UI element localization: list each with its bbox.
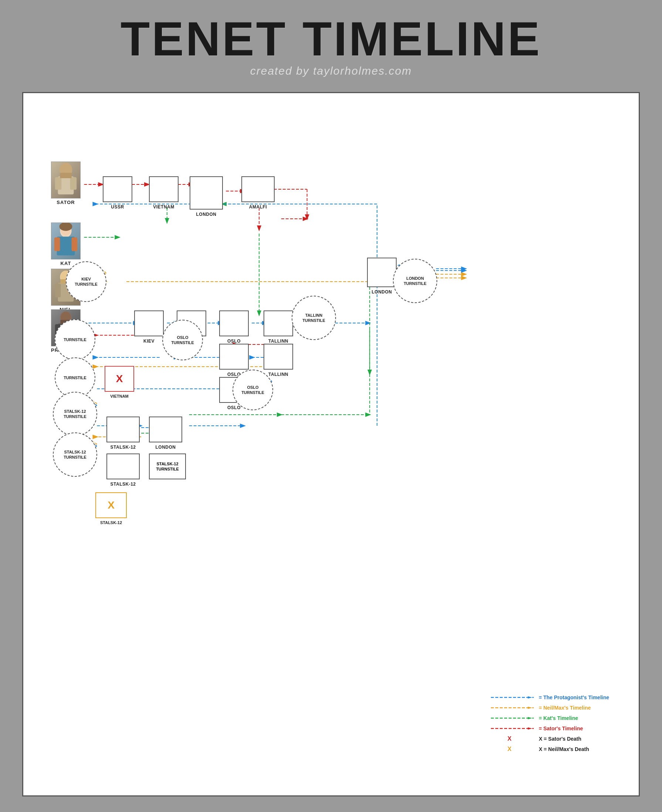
stalsk12-x-label: STALSK-12 bbox=[100, 520, 122, 525]
legend-item-sator-death: X X = Sator's Death bbox=[491, 736, 609, 742]
location-stalsk12-turnstile-box: STALSK-12TURNSTILE bbox=[149, 454, 186, 479]
legend-text-sator: = Sator's Timeline bbox=[539, 725, 583, 732]
legend-item-neil-death: X X = Neil/Max's Death bbox=[491, 746, 609, 752]
kat-image bbox=[51, 223, 80, 260]
amalfi-label: AMALFI bbox=[249, 204, 267, 210]
main-title: TENET TIMELINE bbox=[0, 15, 662, 63]
turnstile-upper: TURNSTILE bbox=[55, 319, 95, 360]
location-ussr: USSR bbox=[103, 176, 132, 202]
legend-line-red bbox=[491, 726, 535, 731]
sator-image bbox=[51, 162, 80, 199]
vietnam-x-symbol: X bbox=[116, 373, 123, 385]
legend-text-neil: = Neil/Max's Timeline bbox=[539, 705, 591, 711]
svg-text:X: X bbox=[508, 746, 511, 752]
location-stalsk12-upper: STALSK-12 bbox=[106, 417, 140, 442]
diagram-inner: SATOR KAT bbox=[23, 93, 639, 795]
legend-text-sator-death: X = Sator's Death bbox=[539, 736, 582, 742]
svg-rect-58 bbox=[54, 237, 60, 251]
stalsk12-x-symbol: X bbox=[108, 499, 114, 511]
svg-rect-55 bbox=[60, 173, 71, 178]
ussr-label: USSR bbox=[111, 204, 124, 210]
svg-rect-64 bbox=[55, 284, 61, 297]
legend-x-red: X bbox=[491, 736, 535, 741]
london-turnstile: LONDONTURNSTILE bbox=[393, 259, 437, 303]
svg-rect-52 bbox=[55, 177, 62, 189]
tallinn-turnstile: TALLINNTURNSTILE bbox=[292, 296, 336, 340]
oslo-turnstile-lower-label: OSLOTURNSTILE bbox=[241, 385, 264, 395]
kiev-label: KIEV bbox=[143, 339, 154, 344]
vietnam-label: VIETNAM bbox=[153, 204, 175, 210]
london-mid-label: LONDON bbox=[372, 289, 392, 295]
sator-label: SATOR bbox=[51, 200, 80, 205]
legend-item-kat: = Kat's Timeline bbox=[491, 715, 609, 721]
stalsk12-turnstile-lower-label: STALSK-12TURNSTILE bbox=[64, 449, 87, 460]
location-vietnam: VIETNAM bbox=[149, 176, 178, 202]
stalsk12-turnstile-upper-label: STALSK-12TURNSTILE bbox=[64, 409, 87, 419]
legend-x-orange: X bbox=[491, 746, 535, 752]
location-stalsk12-second: STALSK-12 bbox=[106, 454, 140, 479]
location-london-top: LONDON bbox=[190, 176, 223, 210]
kiev-turnstile-label: KIEVTURNSTILE bbox=[75, 276, 98, 287]
title-section: TENET TIMELINE created by taylorholmes.c… bbox=[0, 0, 662, 85]
legend-line-green bbox=[491, 716, 535, 721]
legend-item-protagonist: = The Protagonist's Timeline bbox=[491, 695, 609, 700]
location-kiev: KIEV bbox=[134, 310, 164, 336]
svg-text:X: X bbox=[508, 736, 511, 741]
turnstile-upper-label: TURNSTILE bbox=[64, 337, 87, 342]
stalsk12-turnstile-label: STALSK-12TURNSTILE bbox=[156, 461, 179, 472]
svg-marker-78 bbox=[528, 707, 532, 709]
location-london-lower: LONDON bbox=[149, 417, 182, 442]
legend-line-blue bbox=[491, 695, 535, 700]
legend-item-sator: = Sator's Timeline bbox=[491, 725, 609, 732]
vietnam-x-label: VIETNAM bbox=[110, 394, 129, 398]
stalsk12-upper-label: STALSK-12 bbox=[111, 445, 136, 450]
tallinn-turnstile-label: TALLINNTURNSTILE bbox=[302, 313, 325, 323]
stalsk12-second-label: STALSK-12 bbox=[111, 481, 136, 487]
oslo-lower-label: OSLO bbox=[227, 405, 241, 410]
stalsk12-turnstile-lower: STALSK-12TURNSTILE bbox=[53, 432, 97, 477]
legend-text-neil-death: X = Neil/Max's Death bbox=[539, 746, 589, 752]
turnstile-lower-label: TURNSTILE bbox=[64, 375, 87, 380]
oslo-turnstile-lower: OSLOTURNSTILE bbox=[233, 370, 273, 410]
legend-text-protagonist: = The Protagonist's Timeline bbox=[539, 695, 609, 700]
location-tallinn-upper: TALLINN bbox=[264, 310, 293, 336]
london-top-label: LONDON bbox=[196, 212, 217, 217]
london-lower-label: LONDON bbox=[156, 445, 176, 450]
character-kat: KAT bbox=[51, 223, 80, 266]
diagram-container: SATOR KAT bbox=[22, 92, 640, 796]
tallinn-upper-label: TALLINN bbox=[268, 339, 288, 344]
svg-rect-59 bbox=[72, 237, 78, 251]
legend: = The Protagonist's Timeline = Neil/Max'… bbox=[484, 689, 617, 762]
svg-rect-53 bbox=[70, 177, 77, 189]
legend-text-kat: = Kat's Timeline bbox=[539, 715, 578, 721]
location-london-mid: LONDON bbox=[367, 258, 397, 287]
tallinn-mid-label: TALLINN bbox=[268, 372, 288, 377]
svg-marker-81 bbox=[528, 717, 532, 719]
location-oslo-mid: OSLO bbox=[219, 344, 249, 370]
legend-item-neil: = Neil/Max's Timeline bbox=[491, 705, 609, 711]
stalsk12-x-marker: X STALSK-12 bbox=[95, 492, 127, 518]
location-amalfi: AMALFI bbox=[241, 176, 275, 202]
location-tallinn-mid: TALLINN bbox=[264, 344, 293, 370]
svg-marker-84 bbox=[528, 727, 532, 730]
london-turnstile-label: LONDONTURNSTILE bbox=[403, 276, 427, 286]
kiev-turnstile: KIEVTURNSTILE bbox=[66, 261, 106, 302]
legend-line-orange bbox=[491, 705, 535, 710]
location-oslo-upper: OSLO bbox=[219, 310, 249, 336]
oslo-turnstile-upper: OSLOTURNSTILE bbox=[162, 320, 203, 360]
oslo-upper-label: OSLO bbox=[227, 339, 241, 344]
subtitle: created by taylorholmes.com bbox=[0, 65, 662, 77]
vietnam-x-marker: X VIETNAM bbox=[104, 366, 134, 392]
page-wrapper: TENET TIMELINE created by taylorholmes.c… bbox=[0, 0, 662, 812]
character-sator: SATOR bbox=[51, 162, 80, 205]
oslo-turnstile-upper-label: OSLOTURNSTILE bbox=[171, 335, 194, 345]
stalsk12-turnstile-upper: STALSK-12TURNSTILE bbox=[53, 392, 97, 436]
svg-marker-75 bbox=[528, 696, 532, 698]
